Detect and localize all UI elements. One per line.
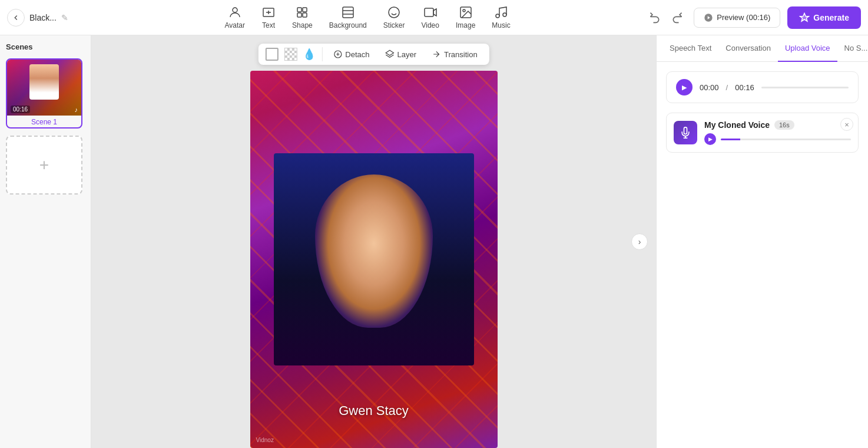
audio-player: ▶ 00:00 / 00:16: [666, 71, 859, 103]
main-toolbar: Black... ✎ Avatar Text: [0, 0, 868, 35]
audio-play-button[interactable]: ▶: [676, 79, 693, 95]
redo-button[interactable]: [668, 8, 687, 27]
voice-close-button[interactable]: ×: [840, 118, 853, 131]
tool-background[interactable]: Background: [329, 5, 367, 29]
audio-separator: /: [726, 83, 728, 92]
edit-title-icon[interactable]: ✎: [61, 13, 68, 22]
voice-name-row: My Cloned Voice 16s: [704, 120, 851, 130]
toolbar-right: Preview (00:16) Generate: [645, 6, 861, 29]
layer-button[interactable]: Layer: [380, 47, 422, 61]
transition-button[interactable]: Transition: [427, 47, 482, 61]
svg-rect-3: [303, 8, 307, 12]
voice-icon: [674, 121, 697, 144]
back-button[interactable]: [7, 9, 25, 27]
svg-point-9: [389, 7, 399, 18]
toolbar-left: Black... ✎: [7, 9, 90, 27]
tool-video[interactable]: Video: [421, 5, 439, 29]
tab-no-s[interactable]: No S...: [837, 35, 868, 62]
voice-name: My Cloned Voice: [704, 120, 770, 130]
scenes-title: Scenes: [6, 42, 85, 51]
audio-total-time: 00:16: [735, 83, 754, 92]
detach-button[interactable]: Detach: [328, 47, 374, 61]
main-content: Scenes 00:16 ♪ Scene 1 + 💧: [0, 35, 868, 448]
tab-conversation[interactable]: Conversation: [718, 35, 778, 62]
tool-text[interactable]: Text: [261, 5, 276, 29]
undo-redo-group: [645, 8, 687, 27]
svg-rect-6: [343, 7, 353, 18]
tool-items: Avatar Text Shape: [90, 5, 645, 29]
canvas-frame: Gwen Stacy Vidnoz: [250, 71, 498, 448]
voice-info: My Cloned Voice 16s ▶: [704, 120, 851, 145]
svg-marker-13: [433, 9, 436, 16]
canvas-expand-button[interactable]: ›: [631, 233, 648, 250]
svg-point-16: [496, 14, 499, 18]
svg-marker-21: [386, 50, 393, 55]
tool-sticker[interactable]: Sticker: [383, 5, 405, 29]
right-content: ▶ 00:00 / 00:16 My Cl: [657, 62, 868, 448]
checker-pattern[interactable]: [284, 48, 297, 61]
svg-rect-4: [297, 13, 302, 17]
audio-progress-bar[interactable]: [761, 87, 849, 88]
canvas-area: 💧 Detach Layer Transitio: [91, 35, 656, 448]
voice-controls: ▶: [704, 133, 851, 145]
generate-button[interactable]: Generate: [787, 6, 861, 29]
project-title: Black...: [29, 13, 57, 22]
voice-progress-bar[interactable]: [721, 139, 851, 140]
svg-point-15: [463, 9, 465, 12]
voice-play-button[interactable]: ▶: [704, 133, 716, 145]
svg-rect-5: [303, 13, 307, 17]
preview-button[interactable]: Preview (00:16): [694, 8, 780, 28]
tool-image[interactable]: Image: [456, 5, 475, 29]
color-square[interactable]: [265, 48, 278, 61]
scene-item-1[interactable]: 00:16 ♪ Scene 1: [6, 58, 82, 129]
tab-upload-voice[interactable]: Upload Voice: [778, 35, 837, 62]
add-scene-button[interactable]: +: [6, 136, 82, 195]
avatar-face: [315, 174, 433, 328]
undo-button[interactable]: [645, 8, 664, 27]
scenes-panel: Scenes 00:16 ♪ Scene 1 +: [0, 35, 91, 448]
tab-speech-text[interactable]: Speech Text: [662, 35, 718, 62]
svg-point-17: [503, 13, 506, 17]
tool-avatar[interactable]: Avatar: [225, 5, 245, 29]
voice-duration-badge: 16s: [774, 120, 794, 130]
voice-card: My Cloned Voice 16s ▶ ×: [666, 113, 859, 153]
right-tabs: Speech Text Conversation Upload Voice No…: [657, 35, 868, 62]
scene-name-1: Scene 1: [7, 116, 81, 127]
tool-music[interactable]: Music: [492, 5, 510, 29]
divider-1: [322, 47, 322, 61]
tool-shape[interactable]: Shape: [292, 5, 313, 29]
svg-rect-12: [425, 8, 433, 17]
right-panel: Speech Text Conversation Upload Voice No…: [656, 35, 868, 448]
scene-thumbnail-1: 00:16 ♪: [7, 60, 81, 116]
audio-current-time: 00:00: [700, 83, 719, 92]
avatar-box[interactable]: [274, 153, 474, 365]
scene-music-icon: ♪: [75, 106, 78, 113]
canvas-toolbar: 💧 Detach Layer Transitio: [258, 44, 489, 65]
scene-thumb-avatar: [29, 64, 59, 100]
canvas-name-label[interactable]: Gwen Stacy: [339, 403, 409, 419]
svg-point-0: [233, 8, 237, 12]
droplet-icon[interactable]: 💧: [303, 48, 316, 61]
avatar-face-bg: [315, 174, 433, 328]
canvas-watermark: Vidnoz: [256, 437, 274, 443]
canvas-background: Gwen Stacy Vidnoz: [250, 71, 498, 448]
svg-rect-2: [297, 8, 302, 12]
scene-duration: 00:16: [11, 106, 30, 113]
